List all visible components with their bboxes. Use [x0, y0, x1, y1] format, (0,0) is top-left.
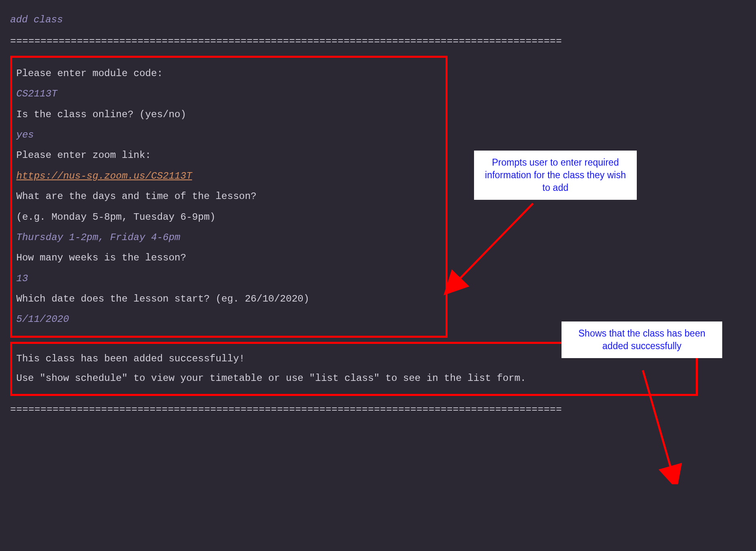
date-input: 5/11/2020: [16, 312, 441, 327]
zoom-link-input: https://nus-sg.zoom.us/CS2113T: [16, 168, 441, 184]
callout-success: Shows that the class has been added succ…: [562, 321, 722, 358]
divider-bottom: ========================================…: [10, 402, 746, 418]
date-prompt: Which date does the lesson start? (eg. 2…: [16, 291, 441, 307]
online-input: yes: [16, 127, 441, 143]
divider-top: ========================================…: [10, 34, 746, 49]
zoom-prompt: Please enter zoom link:: [16, 148, 441, 163]
days-prompt: What are the days and time of the lesson…: [16, 189, 441, 204]
callout-prompts: Prompts user to enter required informati…: [474, 151, 637, 200]
days-example: (e.g. Monday 5-8pm, Tuesday 6-9pm): [16, 210, 441, 225]
online-prompt: Is the class online? (yes/no): [16, 107, 441, 122]
module-code-input: CS2113T: [16, 86, 441, 102]
success-instruction: Use "show schedule" to view your timetab…: [16, 371, 692, 386]
module-code-prompt: Please enter module code:: [16, 66, 441, 81]
days-input: Thursday 1-2pm, Friday 4-6pm: [16, 230, 441, 245]
svg-line-1: [458, 203, 533, 281]
command-input: add class: [10, 12, 746, 28]
weeks-input: 13: [16, 271, 441, 286]
arrow-1: [444, 195, 566, 301]
prompt-box: Please enter module code: CS2113T Is the…: [10, 56, 448, 338]
weeks-prompt: How many weeks is the lesson?: [16, 250, 441, 266]
